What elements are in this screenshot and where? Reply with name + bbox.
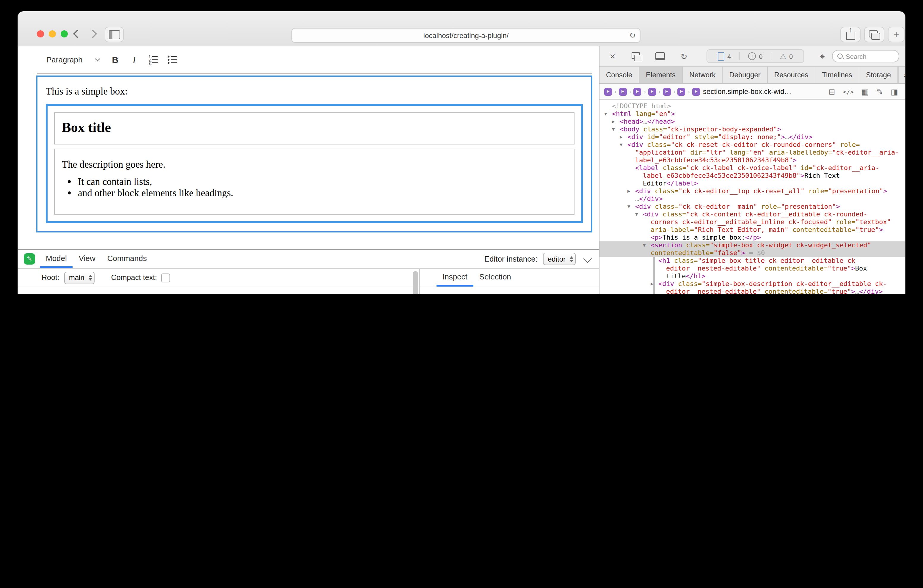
close-devtools-button[interactable]: ×	[605, 49, 620, 63]
element-crumb-icon[interactable]: E	[678, 88, 685, 95]
tab-storage[interactable]: Storage	[859, 67, 898, 83]
element-crumb-icon[interactable]: E	[619, 88, 627, 95]
dom-node[interactable]: ▼<body class="ck-inspector-body-expanded…	[599, 125, 905, 133]
current-crumb-label[interactable]: section.simple-box.ck-wid…	[703, 87, 791, 96]
element-crumb-icon[interactable]: E	[634, 88, 641, 95]
more-tabs-button[interactable]: »	[898, 67, 905, 83]
dom-node[interactable]: title</h1>	[599, 272, 905, 280]
tab-overview-button[interactable]	[864, 27, 884, 42]
reload-icon[interactable]: ↻	[629, 31, 636, 39]
dom-node[interactable]: Editor</label>	[599, 179, 905, 187]
detach-devtools-button[interactable]	[629, 49, 644, 63]
dom-node[interactable]: <label class="ck ck-label ck-voice-label…	[599, 164, 905, 172]
numbered-list-button[interactable]: 1. 2. 3.	[144, 51, 162, 68]
expand-arrow-icon[interactable]: ▼	[620, 141, 627, 149]
resource-count[interactable]: 4	[709, 52, 739, 60]
dom-node[interactable]: ▼<div class="ck ck-editor__main" role="p…	[599, 203, 905, 210]
dom-node[interactable]: <!DOCTYPE html>	[599, 102, 905, 110]
share-button[interactable]: ↑	[840, 27, 861, 42]
tab-console[interactable]: Console	[599, 67, 639, 83]
tab-resources[interactable]: Resources	[768, 67, 816, 83]
dom-node[interactable]: aria-label="Rich Text Editor, main" cont…	[599, 226, 905, 234]
tab-elements[interactable]: Elements	[639, 67, 683, 83]
new-tab-button[interactable]: +	[888, 27, 905, 42]
sidebar-toggle-button[interactable]	[105, 27, 124, 42]
simple-box-title[interactable]: Box title	[54, 112, 575, 145]
warning-count[interactable]: ⚠ 0	[771, 53, 801, 60]
dock-side-button[interactable]	[653, 49, 667, 63]
element-crumb-icon[interactable]: E	[692, 88, 700, 95]
expand-arrow-icon[interactable]: ▼	[635, 210, 643, 218]
description-paragraph[interactable]: The description goes here.	[62, 159, 567, 171]
dom-node[interactable]: contenteditable="false"> = $0	[599, 249, 905, 257]
expand-arrow-icon[interactable]: ▼	[627, 203, 635, 210]
italic-button[interactable]: I	[125, 51, 143, 68]
root-select[interactable]: main	[64, 271, 95, 284]
paragraph-style-dropdown[interactable]: Paragraph	[41, 53, 105, 67]
dom-node[interactable]: label_e63cbbfece34c53ce23501062343f49b8"…	[599, 172, 905, 179]
dom-node[interactable]: ▶<head>…</head>	[599, 118, 905, 125]
devtools-search-field[interactable]: Search	[832, 50, 899, 62]
zoom-window-button[interactable]	[61, 30, 68, 38]
compact-text-checkbox[interactable]	[161, 273, 170, 282]
list-item[interactable]: and other block elements like headings.	[78, 187, 567, 199]
tab-debugger[interactable]: Debugger	[723, 67, 767, 83]
tab-commands[interactable]: Commands	[102, 250, 153, 268]
tab-view[interactable]: View	[73, 250, 102, 268]
tab-model[interactable]: Model	[40, 250, 73, 268]
element-crumb-icon[interactable]: E	[648, 88, 656, 95]
dom-node[interactable]: label_e63cbbfece34c53ce23501062343f49b8"…	[599, 156, 905, 164]
intro-paragraph[interactable]: This is a simple box:	[46, 85, 583, 97]
print-styles-icon[interactable]: ⊟	[829, 87, 835, 96]
bold-button[interactable]: B	[106, 51, 124, 68]
code-icon[interactable]: </>	[843, 88, 854, 95]
minimize-window-button[interactable]	[49, 30, 56, 38]
dom-node[interactable]: editor__nested-editable" contenteditable…	[599, 288, 905, 294]
simple-box-description[interactable]: The description goes here. It can contai…	[54, 149, 575, 215]
dom-node[interactable]: ▼<html lang="en">	[599, 110, 905, 118]
details-sidebar-icon[interactable]: ◨	[890, 87, 898, 96]
dom-node[interactable]: "application" dir="ltr" lang="en" aria-l…	[599, 149, 905, 156]
dom-node[interactable]: ▼<section class="simple-box ck-widget ck…	[599, 241, 905, 249]
model-tree-scrollbar[interactable]	[413, 271, 418, 294]
element-crumb-icon[interactable]: E	[663, 88, 670, 95]
collapse-arrow-icon[interactable]: ▶	[612, 118, 620, 125]
tab-network[interactable]: Network	[683, 67, 723, 83]
expand-arrow-icon[interactable]: ▼	[643, 241, 650, 249]
dom-node[interactable]: ▶<div id="editor" style="display: none;"…	[599, 133, 905, 141]
reload-page-button[interactable]: ↻	[677, 49, 691, 63]
tab-inspect[interactable]: Inspect	[437, 269, 473, 287]
back-button[interactable]	[70, 27, 84, 41]
dom-node[interactable]: corners ck-editor__editable_inline ck-fo…	[599, 218, 905, 226]
bulleted-list-button[interactable]	[163, 51, 181, 68]
expand-arrow-icon[interactable]: ▼	[604, 110, 612, 118]
issue-count[interactable]: i 0	[739, 52, 771, 60]
dom-node[interactable]: ▶<div class="simple-box-description ck-e…	[599, 280, 905, 288]
scrollbar-thumb[interactable]	[413, 271, 418, 294]
list-item[interactable]: It can contain lists,	[78, 177, 567, 187]
forward-button[interactable]	[85, 27, 100, 41]
editor-content[interactable]: This is a simple box: Box title The desc…	[36, 76, 592, 232]
edit-element-icon[interactable]: ✎	[877, 87, 883, 96]
tab-timelines[interactable]: Timelines	[815, 67, 859, 83]
element-crumb-icon[interactable]: E	[604, 88, 612, 95]
dom-node[interactable]: <p>This is a simple box:</p>	[599, 234, 905, 241]
dom-node[interactable]: ▼<div class="ck ck-content ck-editor__ed…	[599, 210, 905, 218]
dom-node[interactable]: ▶<div class="ck ck-editor__top ck-reset_…	[599, 187, 905, 195]
element-picker-button[interactable]: ⌖	[820, 51, 825, 62]
address-bar[interactable]: localhost/creating-a-plugin/ ↻	[291, 28, 641, 43]
collapse-arrow-icon[interactable]: ▶	[627, 187, 635, 195]
editor-instance-select[interactable]: editor	[543, 253, 576, 265]
dom-node[interactable]: editor__nested-editable" contenteditable…	[599, 264, 905, 272]
tab-selection[interactable]: Selection	[473, 269, 517, 287]
grid-overlay-icon[interactable]: ▦	[861, 87, 869, 96]
expand-arrow-icon[interactable]: ▼	[612, 125, 620, 133]
dom-node[interactable]: ▼<div class="ck ck-reset ck-editor ck-ro…	[599, 141, 905, 149]
simple-box-widget[interactable]: Box title The description goes here. It …	[46, 104, 583, 223]
collapse-arrow-icon[interactable]: ▶	[620, 133, 627, 141]
dom-node[interactable]: …</div>	[599, 195, 905, 203]
collapse-inspector-button[interactable]	[585, 255, 591, 263]
dom-node[interactable]: <h1 class="simple-box-title ck-editor__e…	[599, 257, 905, 264]
close-window-button[interactable]	[37, 30, 44, 38]
box-title-heading[interactable]: Box title	[62, 120, 567, 136]
